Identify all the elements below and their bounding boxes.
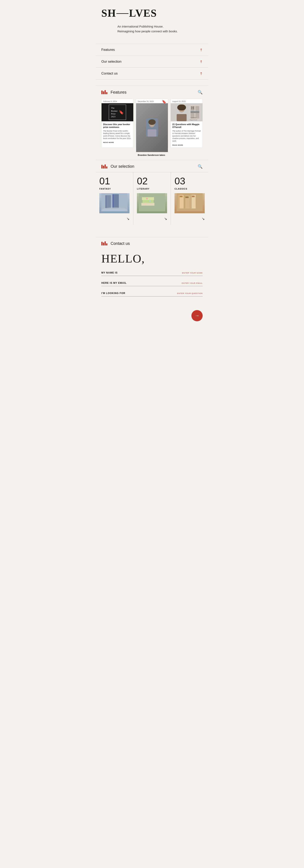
form-label-email: HERE IS MY EMAIL bbox=[101, 282, 127, 284]
nav-arrow-features: ↗ bbox=[198, 47, 204, 53]
nav-arrow-our-selection: ↗ bbox=[198, 59, 204, 64]
booker-bookmark-icon: 🔖 bbox=[119, 110, 124, 114]
contact-section-header: Contact us bbox=[96, 237, 208, 246]
selection-num-3: 03 bbox=[174, 176, 205, 186]
contact-form: MY NAME IS HERE IS MY EMAIL I'M LOOKING … bbox=[96, 269, 208, 310]
form-label-name: MY NAME IS bbox=[101, 271, 118, 274]
card-title-2: Brandon Sanderson takes on Audible bbox=[138, 154, 166, 156]
features-section-title: Features bbox=[111, 90, 198, 95]
card-date-3: August 13, 2023 bbox=[171, 99, 202, 103]
form-row-name: MY NAME IS bbox=[101, 271, 203, 276]
card-body-1: Discover this year booker prize nominees… bbox=[102, 121, 133, 145]
form-row-email: HERE IS MY EMAIL bbox=[101, 282, 203, 286]
form-label-question: I'M LOOKING FOR bbox=[101, 292, 125, 294]
bookmark-icon-2: 🔖 bbox=[162, 100, 166, 104]
literary-books-image bbox=[137, 193, 167, 213]
svg-rect-33 bbox=[180, 196, 183, 197]
svg-rect-2 bbox=[147, 129, 157, 136]
contact-section-title: Contact us bbox=[111, 241, 203, 246]
svg-text:HAMNET: HAMNET bbox=[191, 117, 197, 119]
card-brandon-sanderson: December 20, 2023 🔖 Brandon Sanderson ta… bbox=[136, 99, 168, 148]
svg-text:H: H bbox=[191, 105, 194, 110]
svg-rect-25 bbox=[142, 200, 154, 203]
svg-rect-13 bbox=[191, 111, 199, 113]
svg-text:Maggie O'Farrell: Maggie O'Farrell bbox=[190, 120, 197, 121]
svg-rect-9 bbox=[177, 104, 186, 111]
svg-rect-35 bbox=[184, 196, 185, 208]
selection-section: Our selection 🔍 01 FANTASY bbox=[96, 160, 208, 233]
read-more-1[interactable]: READ MORE bbox=[103, 142, 114, 144]
classics-books-image bbox=[174, 193, 205, 213]
card-desc-1: The Booker Prize is the world's leading … bbox=[103, 130, 132, 140]
greeting-text: HELLO, bbox=[96, 246, 208, 269]
shelves-icon bbox=[101, 90, 107, 94]
svg-rect-24 bbox=[142, 197, 154, 200]
submit-button[interactable]: → bbox=[191, 310, 203, 321]
svg-rect-7 bbox=[177, 114, 187, 121]
search-icon-selection[interactable]: 🔍 bbox=[198, 164, 203, 169]
features-section-header: Features 🔍 bbox=[96, 86, 208, 95]
selection-genre-1: FANTASY bbox=[99, 188, 130, 190]
card-body-2: Brandon Sanderson takes on Audible B. Sa… bbox=[136, 152, 168, 156]
nav-item-our-selection[interactable]: Our selection ↗ bbox=[96, 56, 208, 68]
selection-col-fantasy: 01 FANTASY ↘ bbox=[96, 172, 133, 225]
submit-row: → bbox=[96, 310, 208, 329]
form-row-question: I'M LOOKING FOR bbox=[101, 292, 203, 297]
selection-grid: 01 FANTASY ↘ bbox=[96, 172, 208, 225]
nav-arrow-contact-us: ↗ bbox=[198, 71, 204, 76]
contact-section: Contact us HELLO, MY NAME IS HERE IS MY … bbox=[96, 237, 208, 337]
selection-col-classics: 03 CLASSICS bbox=[171, 172, 208, 225]
selection-genre-2: LITERARY bbox=[137, 188, 167, 190]
card-booker-prize: February 5, 2024 TheBookerPrize2023 🔖 Di… bbox=[101, 99, 134, 148]
svg-point-27 bbox=[146, 198, 148, 199]
svg-rect-26 bbox=[141, 203, 155, 206]
selection-arrow-3[interactable]: ↘ bbox=[174, 217, 205, 221]
card-body-3: 21 Questions with Maggie O'Farrell The a… bbox=[171, 121, 202, 148]
question-input[interactable] bbox=[127, 292, 203, 294]
svg-rect-4 bbox=[148, 119, 156, 125]
selection-genre-3: CLASSICS bbox=[174, 188, 205, 190]
card-title-1: Discover this year booker prize nominees bbox=[103, 123, 132, 129]
card-date-1: February 5, 2024 bbox=[102, 99, 133, 103]
svg-point-28 bbox=[149, 200, 150, 202]
svg-rect-19 bbox=[106, 195, 106, 208]
selection-section-header: Our selection 🔍 bbox=[96, 160, 208, 169]
card-desc-3: The author of The Marriage Portrait or H… bbox=[172, 130, 201, 143]
fantasy-books-image bbox=[99, 193, 130, 213]
navigation: Features ↗ Our selection ↗ Contact us ↗ bbox=[96, 44, 208, 80]
card-maggie-ofarrell: August 13, 2023 H HAMNET Maggie O'Farrel… bbox=[170, 99, 203, 148]
header: SHLVES An international Publishing House… bbox=[96, 0, 208, 38]
nav-item-features[interactable]: Features ↗ bbox=[96, 44, 208, 56]
logo: SHLVES bbox=[101, 8, 203, 19]
booker-image: TheBookerPrize2023 🔖 bbox=[102, 103, 133, 121]
shelves-icon-selection bbox=[101, 164, 107, 168]
svg-rect-39 bbox=[192, 196, 195, 197]
svg-rect-21 bbox=[113, 194, 114, 208]
search-icon[interactable]: 🔍 bbox=[198, 90, 203, 95]
email-input[interactable] bbox=[129, 282, 203, 284]
name-input[interactable] bbox=[120, 272, 203, 274]
shelves-icon-contact bbox=[101, 241, 107, 245]
selection-num-1: 01 bbox=[99, 176, 130, 186]
selection-section-title: Our selection bbox=[111, 164, 198, 169]
svg-rect-38 bbox=[191, 195, 192, 208]
read-more-3[interactable]: READ MORE bbox=[172, 144, 183, 146]
card-title-3: 21 Questions with Maggie O'Farrell bbox=[172, 123, 201, 129]
svg-rect-32 bbox=[179, 195, 179, 208]
tagline: An international Publishing House. Reima… bbox=[101, 24, 203, 34]
selection-num-2: 02 bbox=[137, 176, 167, 186]
selection-col-literary: 02 LITERARY ↘ bbox=[133, 172, 171, 225]
maggie-image: H HAMNET Maggie O'Farrell bbox=[171, 103, 202, 121]
selection-arrow-1[interactable]: ↘ bbox=[99, 217, 130, 221]
nav-item-contact-us[interactable]: Contact us ↗ bbox=[96, 68, 208, 80]
brandon-image bbox=[136, 103, 168, 152]
selection-arrow-2[interactable]: ↘ bbox=[137, 217, 167, 221]
svg-rect-29 bbox=[144, 204, 146, 205]
svg-rect-36 bbox=[185, 196, 189, 198]
features-cards: February 5, 2024 TheBookerPrize2023 🔖 Di… bbox=[96, 95, 208, 156]
